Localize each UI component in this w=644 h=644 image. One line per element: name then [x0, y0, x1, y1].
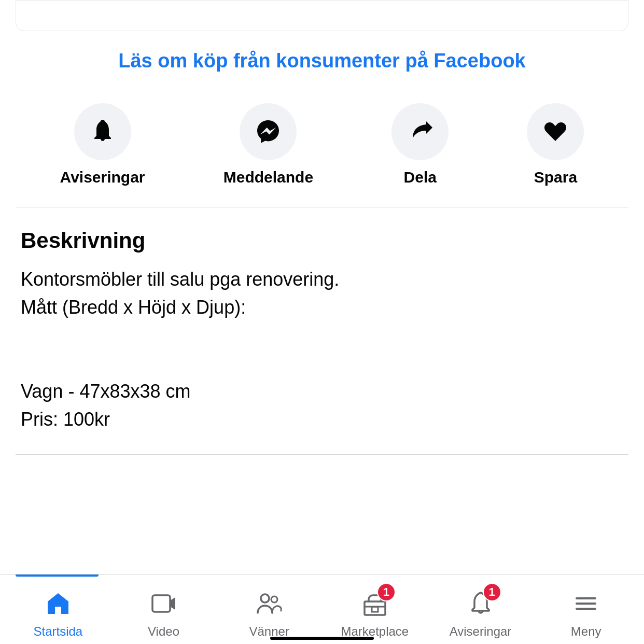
- menu-icon: [572, 590, 599, 617]
- spara-circle: [527, 103, 584, 160]
- aviseringar-circle: [74, 103, 131, 160]
- fb-link-section[interactable]: Läs om köp från konsumenter på Facebook: [0, 31, 644, 88]
- svg-rect-4: [365, 601, 385, 615]
- fb-link[interactable]: Läs om köp från konsumenter på Facebook: [118, 50, 526, 72]
- messenger-icon: [255, 118, 282, 145]
- action-meddelande[interactable]: Meddelande: [223, 103, 313, 186]
- heart-icon: [542, 118, 569, 145]
- meny-icon-wrap: [569, 587, 603, 620]
- meny-label: Meny: [571, 624, 601, 639]
- video-label: Video: [148, 624, 179, 639]
- spara-label: Spara: [534, 169, 577, 186]
- aviseringar-badge: 1: [483, 583, 501, 601]
- nav-item-aviseringar[interactable]: 1 Aviseringar: [428, 587, 534, 639]
- svg-point-3: [271, 596, 277, 603]
- description-section: Beskrivning Kontorsmöbler till salu pga …: [0, 207, 644, 454]
- aviseringar-label: Aviseringar: [60, 169, 145, 186]
- bottom-nav: Startsida Video Vänner: [0, 574, 644, 644]
- vanner-icon-wrap: [253, 587, 286, 620]
- svg-rect-6: [372, 607, 378, 612]
- bell-icon: [89, 118, 116, 145]
- dela-label: Dela: [404, 169, 437, 186]
- meddelande-circle: [240, 103, 297, 160]
- startsida-label: Startsida: [33, 624, 82, 639]
- svg-rect-1: [152, 595, 170, 612]
- aviseringar-nav-label: Aviseringar: [450, 624, 512, 639]
- top-card: [16, 0, 628, 31]
- home-indicator: [270, 637, 374, 640]
- nav-item-video[interactable]: Video: [111, 587, 217, 639]
- marketplace-badge: 1: [377, 583, 396, 601]
- share-icon: [407, 118, 433, 145]
- startsida-icon-wrap: [41, 587, 75, 620]
- action-row: Aviseringar Meddelande Dela Spara: [0, 88, 644, 207]
- dela-circle: [391, 103, 449, 160]
- video-icon: [150, 590, 177, 617]
- description-text: Kontorsmöbler till salu pga renovering. …: [21, 265, 623, 433]
- nav-item-meny[interactable]: Meny: [533, 587, 639, 639]
- home-icon: [45, 590, 72, 617]
- svg-point-2: [261, 594, 269, 603]
- nav-item-marketplace[interactable]: 1 Marketplace: [322, 587, 428, 639]
- action-spara[interactable]: Spara: [527, 103, 584, 186]
- nav-item-startsida[interactable]: Startsida: [5, 587, 111, 639]
- nav-item-vanner[interactable]: Vänner: [216, 587, 322, 639]
- description-title: Beskrivning: [21, 228, 623, 253]
- svg-point-0: [101, 120, 105, 124]
- nav-items: Startsida Video Vänner: [0, 577, 644, 644]
- marketplace-icon-wrap: 1: [358, 587, 391, 620]
- action-aviseringar[interactable]: Aviseringar: [60, 103, 145, 186]
- friends-icon: [256, 590, 283, 617]
- action-dela[interactable]: Dela: [391, 103, 449, 186]
- aviseringar-nav-icon-wrap: 1: [464, 587, 497, 620]
- video-icon-wrap: [147, 587, 180, 620]
- meddelande-label: Meddelande: [223, 169, 313, 186]
